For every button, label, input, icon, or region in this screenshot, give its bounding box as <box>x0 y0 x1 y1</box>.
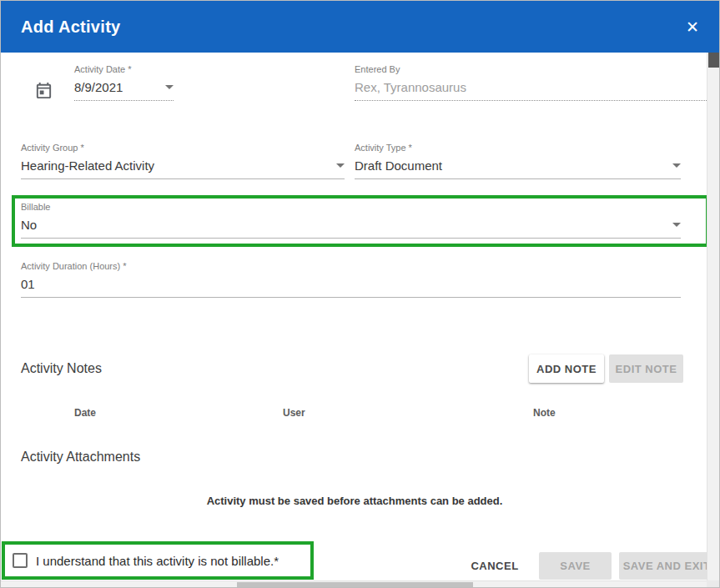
activity-notes-title: Activity Notes <box>21 361 102 376</box>
dialog-title: Add Activity <box>21 18 121 37</box>
save-and-exit-button: SAVE AND EXIT <box>619 552 714 580</box>
horizontal-scrollbar-thumb[interactable] <box>237 582 473 587</box>
notes-col-user: User <box>283 407 305 419</box>
activity-type-select[interactable]: Activity Type * Draft Document <box>355 143 681 179</box>
vertical-scrollbar[interactable] <box>707 53 719 582</box>
edit-note-button: EDIT NOTE <box>609 354 683 383</box>
activity-date-field[interactable]: Activity Date * 8/9/2021 <box>74 64 174 101</box>
not-billable-checkbox-label: I understand that this activity is not b… <box>36 554 279 568</box>
activity-group-select[interactable]: Activity Group * Hearing-Related Activit… <box>21 143 345 179</box>
activity-duration-field[interactable]: Activity Duration (Hours) * 01 <box>21 261 681 298</box>
attachments-message: Activity must be saved before attachment… <box>1 495 708 507</box>
calendar-icon[interactable] <box>34 81 53 103</box>
notes-col-note: Note <box>533 407 556 419</box>
save-button: SAVE <box>539 552 612 580</box>
chevron-down-icon[interactable] <box>672 223 681 227</box>
activity-type-value: Draft Document <box>355 158 442 173</box>
close-icon[interactable]: ✕ <box>686 19 699 35</box>
billable-checkbox-highlight-box: I understand that this activity is not b… <box>2 541 314 580</box>
entered-by-field: Entered By Rex, Tyrannosaurus <box>355 64 708 101</box>
activity-date-label: Activity Date * <box>74 64 174 74</box>
activity-duration-value: 01 <box>21 277 35 291</box>
activity-type-label: Activity Type * <box>355 143 681 153</box>
entered-by-value: Rex, Tyrannosaurus <box>355 80 466 94</box>
cancel-button[interactable]: CANCEL <box>466 552 523 580</box>
chevron-down-icon[interactable] <box>336 163 345 168</box>
entered-by-label: Entered By <box>355 64 708 74</box>
activity-date-value: 8/9/2021 <box>74 80 123 94</box>
add-note-button[interactable]: ADD NOTE <box>529 354 604 383</box>
notes-col-date: Date <box>74 407 96 419</box>
dialog-header: Add Activity ✕ <box>1 1 719 53</box>
horizontal-scrollbar[interactable] <box>1 580 708 587</box>
not-billable-checkbox[interactable] <box>13 553 28 568</box>
chevron-down-icon[interactable] <box>672 163 681 168</box>
billable-select[interactable]: Billable No <box>21 202 681 239</box>
billable-label: Billable <box>21 202 681 212</box>
scrollbar-corner <box>707 580 719 587</box>
chevron-down-icon[interactable] <box>165 85 174 89</box>
activity-attachments-title: Activity Attachments <box>21 450 140 465</box>
add-activity-dialog: Add Activity ✕ Activity Date * 8/9/2021 … <box>0 0 720 588</box>
billable-highlight-box: Billable No <box>12 195 709 247</box>
vertical-scrollbar-thumb[interactable] <box>708 53 719 68</box>
activity-group-value: Hearing-Related Activity <box>21 158 154 173</box>
activity-duration-label: Activity Duration (Hours) * <box>21 261 681 271</box>
billable-value: No <box>21 218 37 232</box>
activity-group-label: Activity Group * <box>21 143 345 153</box>
